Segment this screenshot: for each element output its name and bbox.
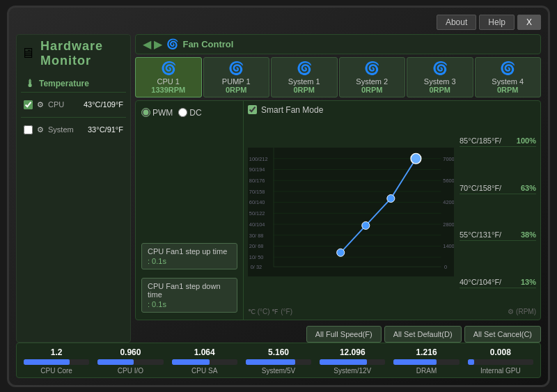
volt-item-cpu-sa: 1.064 CPU SA <box>172 347 237 375</box>
volt-bar-track <box>468 359 533 365</box>
svg-text:80/176: 80/176 <box>249 177 265 183</box>
system-temp-value: 33°C/91°F <box>88 125 123 134</box>
fan-tab-pump1-label: PUMP 1 <box>222 77 251 86</box>
close-button[interactable]: X <box>517 15 541 30</box>
volt-bar-fill <box>320 359 367 365</box>
svg-text:0: 0 <box>444 263 447 269</box>
chart-area: Smart Fan Mode <box>244 101 540 320</box>
volt-value: 1.2 <box>51 347 63 357</box>
set-default-button[interactable]: All Set Default(D) <box>384 326 462 343</box>
legend-temp-2: 70°C/158°F/ <box>460 184 501 192</box>
volt-value: 1.216 <box>416 347 437 357</box>
set-cancel-button[interactable]: All Set Cancel(C) <box>464 326 541 343</box>
volt-bar-track <box>172 359 237 365</box>
legend-row-3: 55°C/131°F/ 38% <box>460 229 536 241</box>
smart-fan-checkbox[interactable] <box>248 105 257 114</box>
hw-title: Hardware Monitor <box>40 39 126 68</box>
fan-control-header: ◀ ▶ 🌀 Fan Control <box>135 34 541 54</box>
fan-tab-system1[interactable]: 🌀 System 1 0RPM <box>271 57 338 97</box>
cpu-temperature-item[interactable]: ⚙ CPU 43°C/109°F <box>21 98 126 111</box>
chart-svg-area[interactable]: 100/212 90/194 80/176 70/158 60/140 50/1… <box>248 118 454 306</box>
fan-tab-cpu1[interactable]: 🌀 CPU 1 1339RPM <box>135 57 202 97</box>
full-speed-button[interactable]: All Full Speed(F) <box>306 326 382 343</box>
volt-bar-track <box>393 359 459 365</box>
svg-text:20/ 68: 20/ 68 <box>249 243 264 249</box>
pwm-label: PWM <box>152 108 173 118</box>
cpu-checkbox[interactable] <box>24 100 33 109</box>
fan-left-controls: PWM DC CPU Fan1 step up time : 0.1s CPU … <box>136 101 244 320</box>
volt-bar-fill <box>246 359 295 365</box>
volt-item-system-5v: 5.160 System/5V <box>246 347 311 375</box>
fan-tab-pump1-rpm: 0RPM <box>226 86 247 94</box>
fan-tab-system1-label: System 1 <box>288 77 320 86</box>
fan-tab-system3-label: System 3 <box>424 77 456 86</box>
chart-axis-labels: ℃ (°C) ℉ (°F) ⚙ (RPM) <box>248 308 536 315</box>
pwm-radio-label[interactable]: PWM <box>141 108 173 118</box>
volt-bar-fill <box>24 359 70 365</box>
volt-label: CPU SA <box>191 367 217 375</box>
fan-chart-svg[interactable]: 100/212 90/194 80/176 70/158 60/140 50/1… <box>248 118 454 306</box>
volt-bar-fill <box>393 359 436 365</box>
svg-point-30 <box>337 249 345 256</box>
axis-rpm-label: ⚙ (RPM) <box>508 308 536 315</box>
top-bar: About Help X <box>16 15 541 30</box>
svg-text:100/212: 100/212 <box>249 155 268 162</box>
svg-text:60/140: 60/140 <box>249 199 265 205</box>
voltage-bar: 1.2 CPU Core 0.960 CPU I/O 1.064 CPU SA … <box>16 343 541 378</box>
axis-temp-label: ℃ (°C) ℉ (°F) <box>248 308 292 315</box>
volt-bar-track <box>246 359 311 365</box>
fan-tab-system4-rpm: 0RPM <box>497 86 519 94</box>
legend-pct-2: 63% <box>521 184 536 192</box>
dc-radio[interactable] <box>178 108 187 117</box>
fan-tab-cpu1-label: CPU 1 <box>157 77 180 86</box>
volt-label: DRAM <box>416 367 437 375</box>
fan-tab-system2-rpm: 0RPM <box>361 86 383 94</box>
smart-fan-row: Smart Fan Mode <box>248 105 536 115</box>
fan-tab-cpu1-rpm: 1339RPM <box>151 86 185 94</box>
volt-label: System/12V <box>334 367 371 375</box>
system-temperature-item[interactable]: ⚙ System 33°C/91°F <box>21 123 126 136</box>
svg-text:40/104: 40/104 <box>249 221 265 227</box>
help-button[interactable]: Help <box>479 15 515 30</box>
system-label: System <box>48 125 84 134</box>
svg-text:1400: 1400 <box>443 243 454 249</box>
svg-text:0/ 32: 0/ 32 <box>251 263 262 269</box>
step-down-value: : 0.1s <box>148 300 231 308</box>
legend-pct-3: 38% <box>521 230 536 239</box>
volt-value: 0.008 <box>490 347 511 357</box>
step-down-label: CPU Fan1 step down time <box>148 282 221 299</box>
volt-bar-track <box>320 359 385 365</box>
about-button[interactable]: About <box>437 15 476 30</box>
volt-bar-track <box>97 359 163 365</box>
cpu-label: CPU <box>48 100 79 109</box>
chart-container: 100/212 90/194 80/176 70/158 60/140 50/1… <box>248 118 536 306</box>
right-panel: ◀ ▶ 🌀 Fan Control 🌀 CPU 1 1339RPM 🌀 PUMP… <box>135 34 541 343</box>
smart-fan-label: Smart Fan Mode <box>261 105 323 115</box>
hw-title-icon: 🖥 <box>21 45 35 61</box>
pwm-dc-radio-group[interactable]: PWM DC <box>141 108 237 118</box>
pwm-radio[interactable] <box>141 108 150 117</box>
volt-item-cpu-core: 1.2 CPU Core <box>24 347 89 375</box>
sidebar-temperature-section: 🌡 Temperature <box>21 75 126 93</box>
fan-header-icon: 🌀 <box>166 38 178 49</box>
volt-item-system-12v: 12.096 System/12V <box>320 347 385 375</box>
fan-tab-system2[interactable]: 🌀 System 2 0RPM <box>339 57 406 97</box>
volt-label: CPU Core <box>40 367 72 375</box>
cpu-temp-value: 43°C/109°F <box>84 100 123 109</box>
fan-tab-system1-rpm: 0RPM <box>293 86 315 94</box>
dc-radio-label[interactable]: DC <box>178 108 201 118</box>
svg-text:50/122: 50/122 <box>249 210 265 217</box>
step-up-button[interactable]: CPU Fan1 step up time : 0.1s <box>141 243 237 269</box>
fan-tab-pump1[interactable]: 🌀 PUMP 1 0RPM <box>203 57 270 97</box>
fan-tab-system4[interactable]: 🌀 System 4 0RPM <box>475 57 542 97</box>
dc-label: DC <box>189 108 201 118</box>
system-checkbox[interactable] <box>24 125 33 134</box>
svg-text:10/ 50: 10/ 50 <box>249 254 264 260</box>
step-down-button[interactable]: CPU Fan1 step down time : 0.1s <box>141 278 237 313</box>
svg-point-33 <box>411 153 421 164</box>
legend-row-4: 40°C/104°F/ 13% <box>460 276 536 288</box>
nav-arrows[interactable]: ◀ ▶ <box>143 38 162 51</box>
volt-value: 5.160 <box>268 347 289 357</box>
fan-tab-system3[interactable]: 🌀 System 3 0RPM <box>407 57 473 97</box>
legend-row-1: 85°C/185°F/ 100% <box>460 135 536 147</box>
